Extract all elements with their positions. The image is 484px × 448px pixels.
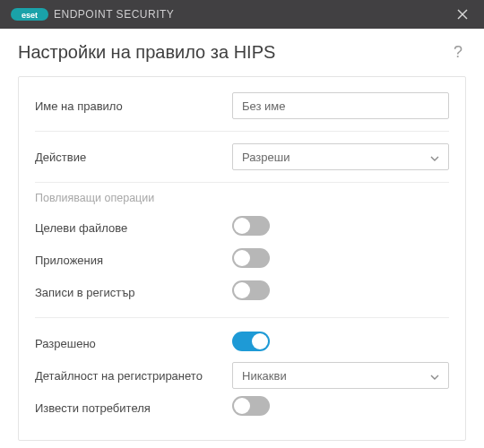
svg-text:eset: eset [22, 11, 38, 20]
applications-toggle[interactable] [232, 248, 270, 268]
registry-entries-label: Записи в регистър [35, 286, 232, 299]
chevron-down-icon [430, 369, 439, 383]
close-button[interactable] [450, 2, 475, 27]
logging-detail-label: Детайлност на регистрирането [35, 369, 232, 383]
divider [35, 182, 449, 183]
divider [35, 317, 449, 318]
action-select[interactable]: Разреши [232, 143, 449, 170]
close-icon [457, 9, 468, 20]
enabled-label: Разрешено [35, 337, 232, 350]
chevron-down-icon [430, 151, 439, 164]
titlebar: eset ENDPOINT SECURITY [0, 0, 484, 29]
settings-panel: Име на правило Действие Разреши Повлиява… [18, 76, 466, 441]
action-select-value: Разреши [242, 151, 290, 164]
notify-user-label: Извести потребителя [35, 401, 232, 415]
divider [35, 131, 449, 132]
rule-name-label: Име на правило [35, 99, 232, 113]
action-label: Действие [35, 151, 232, 164]
notify-user-toggle[interactable] [232, 396, 270, 416]
logging-detail-value: Никакви [242, 369, 287, 383]
brand-logo: eset [11, 7, 48, 22]
rule-name-input[interactable] [232, 92, 449, 119]
brand: eset ENDPOINT SECURITY [11, 7, 174, 22]
target-files-label: Целеви файлове [35, 221, 232, 235]
help-icon: ? [454, 43, 462, 61]
help-button[interactable]: ? [450, 41, 466, 64]
target-files-toggle[interactable] [232, 216, 270, 236]
section-affecting-ops: Повлияващи операции [35, 192, 449, 204]
enabled-toggle[interactable] [232, 332, 270, 351]
page-title: Настройки на правило за HIPS [18, 42, 275, 63]
footer: Назад Напред Откажи [0, 441, 484, 448]
applications-label: Приложения [35, 254, 232, 267]
registry-entries-toggle[interactable] [232, 280, 270, 300]
logging-detail-select[interactable]: Никакви [232, 362, 449, 389]
product-name: ENDPOINT SECURITY [54, 8, 174, 21]
